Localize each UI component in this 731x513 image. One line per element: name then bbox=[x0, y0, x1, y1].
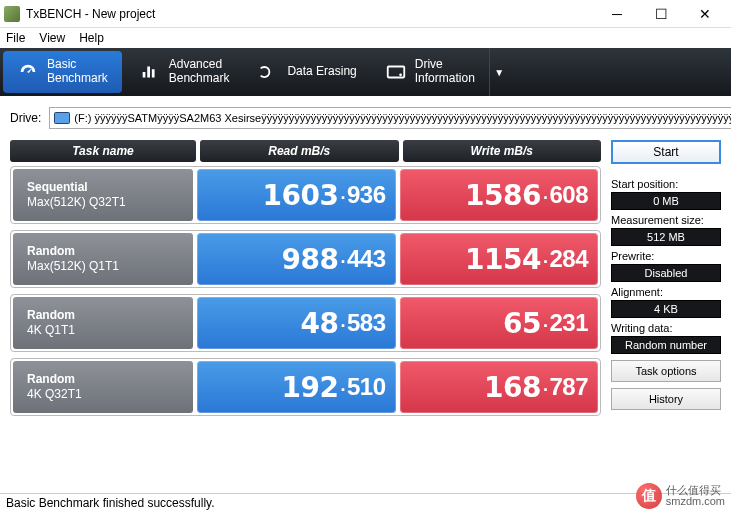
bench-row: SequentialMax(512K) Q32T11603.9361586.60… bbox=[10, 166, 601, 224]
tab-data-erasing[interactable]: Data Erasing bbox=[243, 48, 370, 96]
col-write: Write mB/s bbox=[403, 140, 602, 162]
disk-icon bbox=[54, 112, 70, 124]
erase-icon bbox=[257, 61, 279, 83]
writing-data-value[interactable]: Random number bbox=[611, 336, 721, 354]
results-table: Task name Read mB/s Write mB/s Sequentia… bbox=[10, 140, 601, 422]
prewrite-value[interactable]: Disabled bbox=[611, 264, 721, 282]
prewrite-label: Prewrite: bbox=[611, 250, 721, 262]
task-name-cell: RandomMax(512K) Q1T1 bbox=[13, 233, 193, 285]
start-position-label: Start position: bbox=[611, 178, 721, 190]
watermark-badge: 值 bbox=[636, 483, 662, 509]
tab-label: Drive Information bbox=[415, 58, 475, 86]
col-task: Task name bbox=[10, 140, 196, 162]
read-value: 1603.936 bbox=[197, 169, 396, 221]
drive-select-value: (F:) ÿÿÿÿÿÿSATMÿÿÿÿSA2M63 Xesirseÿÿÿÿÿÿÿ… bbox=[74, 112, 731, 124]
tab-label: Data Erasing bbox=[287, 65, 356, 79]
bars-icon bbox=[139, 61, 161, 83]
write-value: 1586.608 bbox=[400, 169, 599, 221]
write-value: 1154.284 bbox=[400, 233, 599, 285]
col-read: Read mB/s bbox=[200, 140, 399, 162]
tab-overflow-button[interactable]: ▼ bbox=[489, 48, 509, 96]
write-value: 168.787 bbox=[400, 361, 599, 413]
menu-view[interactable]: View bbox=[39, 31, 65, 45]
read-value: 192.510 bbox=[197, 361, 396, 413]
task-options-button[interactable]: Task options bbox=[611, 360, 721, 382]
task-name-cell: SequentialMax(512K) Q32T1 bbox=[13, 169, 193, 221]
tab-label: Advanced Benchmark bbox=[169, 58, 230, 86]
write-value: 65.231 bbox=[400, 297, 599, 349]
tab-drive-information[interactable]: Drive Information bbox=[371, 48, 489, 96]
drive-label: Drive: bbox=[10, 111, 41, 125]
close-button[interactable]: ✕ bbox=[683, 1, 727, 27]
measurement-size-label: Measurement size: bbox=[611, 214, 721, 226]
history-button[interactable]: History bbox=[611, 388, 721, 410]
read-value: 988.443 bbox=[197, 233, 396, 285]
drive-select[interactable]: (F:) ÿÿÿÿÿÿSATMÿÿÿÿSA2M63 Xesirseÿÿÿÿÿÿÿ… bbox=[49, 107, 731, 129]
menu-help[interactable]: Help bbox=[79, 31, 104, 45]
status-bar: Basic Benchmark finished successfully. bbox=[0, 493, 731, 513]
read-value: 48.583 bbox=[197, 297, 396, 349]
start-button[interactable]: Start bbox=[611, 140, 721, 164]
measurement-size-value[interactable]: 512 MB bbox=[611, 228, 721, 246]
tab-basic-benchmark[interactable]: Basic Benchmark bbox=[3, 51, 122, 93]
alignment-value[interactable]: 4 KB bbox=[611, 300, 721, 318]
menu-file[interactable]: File bbox=[6, 31, 25, 45]
bench-row: Random4K Q32T1192.510168.787 bbox=[10, 358, 601, 416]
window-title: TxBENCH - New project bbox=[26, 7, 595, 21]
task-name-cell: Random4K Q32T1 bbox=[13, 361, 193, 413]
svg-rect-0 bbox=[388, 67, 405, 78]
drive-icon bbox=[385, 61, 407, 83]
app-icon bbox=[4, 6, 20, 22]
task-name-cell: Random4K Q1T1 bbox=[13, 297, 193, 349]
watermark: 值 什么值得买smzdm.com bbox=[636, 483, 725, 509]
tab-label: Basic Benchmark bbox=[47, 58, 108, 86]
svg-point-1 bbox=[399, 73, 402, 76]
bench-row: RandomMax(512K) Q1T1988.4431154.284 bbox=[10, 230, 601, 288]
bench-row: Random4K Q1T148.58365.231 bbox=[10, 294, 601, 352]
minimize-button[interactable]: ─ bbox=[595, 1, 639, 27]
gauge-icon bbox=[17, 61, 39, 83]
maximize-button[interactable]: ☐ bbox=[639, 1, 683, 27]
svg-rect-2 bbox=[55, 113, 70, 124]
tab-advanced-benchmark[interactable]: Advanced Benchmark bbox=[125, 48, 244, 96]
alignment-label: Alignment: bbox=[611, 286, 721, 298]
start-position-value[interactable]: 0 MB bbox=[611, 192, 721, 210]
writing-data-label: Writing data: bbox=[611, 322, 721, 334]
